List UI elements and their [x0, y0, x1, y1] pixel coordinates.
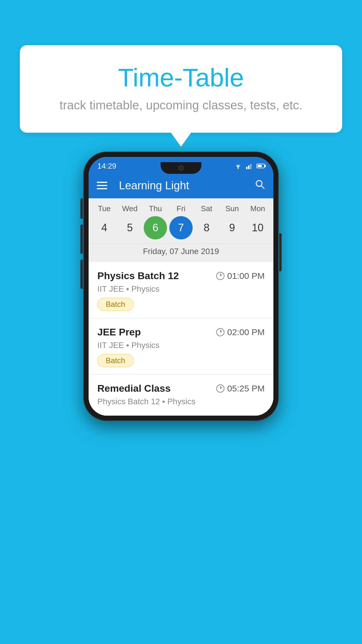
feature-title: Time-Table	[43, 63, 319, 92]
signal-icon	[246, 163, 253, 169]
days-row: TueWedThuFriSatSunMon	[89, 204, 273, 213]
phone-power-btn	[279, 233, 282, 271]
schedule-subtitle: Physics Batch 12 • Physics	[97, 397, 265, 406]
date-cell[interactable]: 8	[195, 216, 218, 239]
app-bar: Learning Light	[89, 173, 273, 198]
schedule-item[interactable]: Physics Batch 12 01:00 PM IIT JEE • Phys…	[89, 262, 273, 318]
date-cell[interactable]: 4	[93, 216, 116, 239]
date-cell[interactable]: 9	[220, 216, 244, 239]
svg-rect-2	[248, 165, 249, 169]
menu-icon[interactable]	[97, 182, 107, 189]
schedule-item[interactable]: Remedial Class 05:25 PM Physics Batch 12…	[89, 374, 273, 416]
schedule-time: 01:00 PM	[216, 271, 265, 281]
day-name: Sun	[220, 204, 244, 213]
day-name: Sat	[195, 204, 218, 213]
batch-badge: Batch	[97, 354, 134, 367]
svg-point-0	[238, 168, 239, 169]
speech-bubble: Time-Table track timetable, upcoming cla…	[20, 45, 342, 133]
search-button[interactable]	[255, 179, 265, 192]
day-name: Tue	[93, 204, 116, 213]
svg-point-4	[256, 181, 262, 186]
clock-icon	[216, 328, 224, 336]
status-icons	[234, 163, 265, 169]
date-cell[interactable]: 6	[144, 216, 167, 239]
phone-outer: 14:29	[83, 152, 279, 421]
speech-bubble-section: Time-Table track timetable, upcoming cla…	[20, 45, 342, 133]
schedule-list: Physics Batch 12 01:00 PM IIT JEE • Phys…	[89, 262, 273, 416]
day-name: Mon	[246, 204, 269, 213]
phone-side-btn-3	[80, 260, 83, 289]
schedule-item[interactable]: JEE Prep 02:00 PM IIT JEE • Physics Batc…	[89, 318, 273, 374]
clock-icon	[216, 384, 224, 393]
svg-rect-1	[246, 167, 247, 169]
app-bar-title: Learning Light	[119, 179, 246, 192]
schedule-title: JEE Prep	[97, 326, 141, 338]
time-value: 02:00 PM	[227, 327, 265, 337]
phone-side-btn-1	[80, 198, 83, 219]
schedule-title: Physics Batch 12	[97, 270, 179, 281]
batch-badge: Batch	[97, 298, 134, 311]
schedule-time: 05:25 PM	[216, 384, 265, 393]
phone-screen: 14:29	[89, 157, 273, 416]
battery-icon	[256, 164, 265, 168]
calendar-header: TueWedThuFriSatSunMon 45678910 Friday, 0…	[89, 198, 273, 262]
phone-side-btn-2	[80, 225, 83, 254]
schedule-subtitle: IIT JEE • Physics	[97, 284, 265, 294]
day-name: Wed	[118, 204, 142, 213]
date-cell[interactable]: 10	[246, 216, 269, 239]
svg-rect-3	[250, 164, 252, 169]
schedule-time: 02:00 PM	[216, 327, 265, 337]
phone-mockup: 14:29	[83, 152, 279, 421]
front-camera	[178, 165, 184, 171]
phone-notch	[161, 162, 201, 174]
wifi-icon	[234, 163, 242, 169]
schedule-title: Remedial Class	[97, 383, 171, 394]
svg-line-5	[261, 186, 264, 189]
dates-row: 45678910	[89, 216, 273, 239]
date-cell[interactable]: 5	[118, 216, 142, 239]
clock-icon	[216, 272, 224, 280]
time-value: 01:00 PM	[227, 271, 265, 281]
date-cell[interactable]: 7	[169, 216, 193, 239]
time-value: 05:25 PM	[227, 384, 265, 393]
feature-subtitle: track timetable, upcoming classes, tests…	[43, 98, 319, 112]
schedule-subtitle: IIT JEE • Physics	[97, 341, 265, 350]
day-name: Thu	[144, 204, 167, 213]
selected-date-label: Friday, 07 June 2019	[89, 244, 273, 262]
status-time: 14:29	[97, 162, 116, 171]
day-name: Fri	[169, 204, 193, 213]
